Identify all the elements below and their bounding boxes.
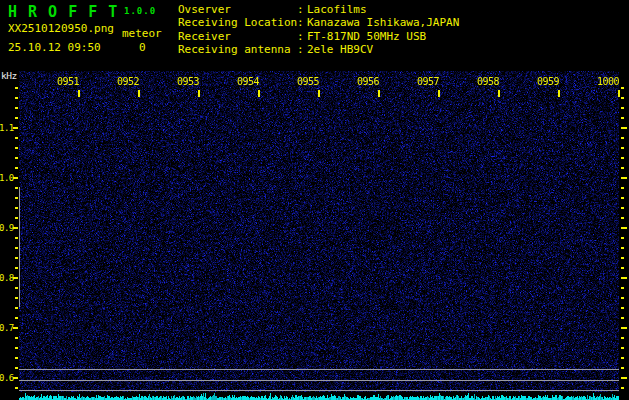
time-tick — [78, 90, 80, 97]
freq-tick-minor-right — [621, 187, 624, 189]
time-label: 0954 — [233, 77, 259, 87]
freq-label: 0.9 — [0, 224, 13, 233]
info-colon: : — [297, 3, 307, 16]
freq-tick-minor-left — [15, 267, 18, 269]
reference-line — [19, 369, 619, 370]
freq-tick-minor-right — [621, 107, 624, 109]
freq-tick-minor-right — [621, 147, 624, 149]
info-value: Lacofilms — [307, 3, 367, 16]
info-row: Receiver:FT-817ND 50MHz USB — [178, 30, 426, 43]
time-tick — [558, 90, 560, 97]
freq-tick-minor-right — [621, 197, 624, 199]
freq-tick-minor-left — [15, 257, 18, 259]
info-colon: : — [297, 30, 307, 43]
spectrogram-noise-canvas — [19, 71, 619, 400]
time-label: 0951 — [53, 77, 79, 87]
freq-tick-minor-left — [15, 147, 18, 149]
freq-tick-minor-right — [621, 97, 624, 99]
freq-axis-unit: kHz — [1, 70, 17, 81]
freq-tick-major-right — [621, 227, 627, 229]
freq-tick-minor-left — [15, 97, 18, 99]
time-tick — [138, 90, 140, 97]
time-tick — [258, 90, 260, 97]
freq-tick-minor-right — [621, 247, 624, 249]
freq-tick-minor-left — [15, 337, 18, 339]
info-label: Receiving Location — [178, 16, 297, 29]
output-filename: XX2510120950.png — [8, 22, 114, 35]
freq-tick-major-right — [621, 377, 627, 379]
reference-line — [19, 380, 619, 381]
freq-tick-minor-right — [621, 267, 624, 269]
freq-tick-minor-right — [621, 137, 624, 139]
time-label: 0953 — [173, 77, 199, 87]
freq-label: 1.1 — [0, 124, 13, 133]
freq-tick-major-right — [621, 327, 627, 329]
freq-tick-minor-left — [15, 107, 18, 109]
info-row: Ovserver:Lacofilms — [178, 3, 367, 16]
time-tick — [498, 90, 500, 97]
freq-label: 1.0 — [0, 174, 13, 183]
freq-tick-minor-left — [15, 197, 18, 199]
freq-tick-major-left — [13, 327, 18, 329]
time-label: 1000 — [593, 77, 619, 87]
freq-tick-minor-right — [621, 87, 624, 89]
freq-tick-minor-left — [15, 297, 18, 299]
freq-tick-major-left — [13, 277, 18, 279]
info-label: Receiver — [178, 30, 297, 43]
freq-tick-minor-left — [15, 87, 18, 89]
info-row: Receiving Location:Kanazawa Ishikawa,JAP… — [178, 16, 459, 29]
freq-tick-minor-left — [15, 307, 18, 309]
time-tick — [198, 90, 200, 97]
app-version: 1.0.0 — [124, 6, 156, 16]
info-value: Kanazawa Ishikawa,JAPAN — [307, 16, 459, 29]
time-label: 0959 — [533, 77, 559, 87]
freq-tick-minor-right — [621, 307, 624, 309]
time-tick — [318, 90, 320, 97]
freq-tick-major-left — [13, 127, 18, 129]
freq-tick-minor-right — [621, 287, 624, 289]
freq-tick-minor-right — [621, 217, 624, 219]
time-tick — [618, 90, 620, 97]
freq-tick-minor-right — [621, 347, 624, 349]
freq-label: 0.7 — [0, 324, 13, 333]
info-value: FT-817ND 50MHz USB — [307, 30, 426, 43]
app-title: H R O F F T — [8, 3, 118, 21]
freq-tick-minor-left — [15, 117, 18, 119]
freq-tick-minor-left — [15, 217, 18, 219]
freq-tick-minor-right — [621, 207, 624, 209]
calibration-marker-line — [19, 187, 20, 307]
freq-tick-minor-right — [621, 337, 624, 339]
freq-tick-minor-right — [621, 257, 624, 259]
freq-tick-major-left — [13, 177, 18, 179]
time-label: 0952 — [113, 77, 139, 87]
freq-tick-minor-left — [15, 357, 18, 359]
info-colon: : — [297, 16, 307, 29]
freq-tick-minor-right — [621, 387, 624, 389]
time-label: 0958 — [473, 77, 499, 87]
freq-tick-minor-right — [621, 157, 624, 159]
info-value: 2ele HB9CV — [307, 43, 373, 56]
freq-tick-major-right — [621, 127, 627, 129]
freq-tick-minor-left — [15, 167, 18, 169]
freq-tick-minor-left — [15, 387, 18, 389]
freq-tick-minor-right — [621, 117, 624, 119]
freq-tick-minor-left — [15, 137, 18, 139]
freq-tick-minor-left — [15, 367, 18, 369]
freq-tick-major-right — [621, 277, 627, 279]
freq-tick-minor-right — [621, 237, 624, 239]
freq-tick-major-right — [621, 177, 627, 179]
freq-tick-major-left — [13, 227, 18, 229]
freq-tick-minor-right — [621, 357, 624, 359]
freq-tick-minor-left — [15, 287, 18, 289]
reference-line — [19, 390, 619, 391]
freq-tick-minor-left — [15, 317, 18, 319]
time-label: 0957 — [413, 77, 439, 87]
observation-datetime: 25.10.12 09:50 — [8, 41, 101, 54]
freq-tick-minor-right — [621, 367, 624, 369]
freq-tick-minor-left — [15, 207, 18, 209]
freq-tick-minor-left — [15, 237, 18, 239]
freq-tick-minor-left — [15, 157, 18, 159]
mode-label: meteor — [122, 27, 162, 40]
info-label: Receiving antenna — [178, 43, 297, 56]
freq-label: 0.8 — [0, 274, 13, 283]
